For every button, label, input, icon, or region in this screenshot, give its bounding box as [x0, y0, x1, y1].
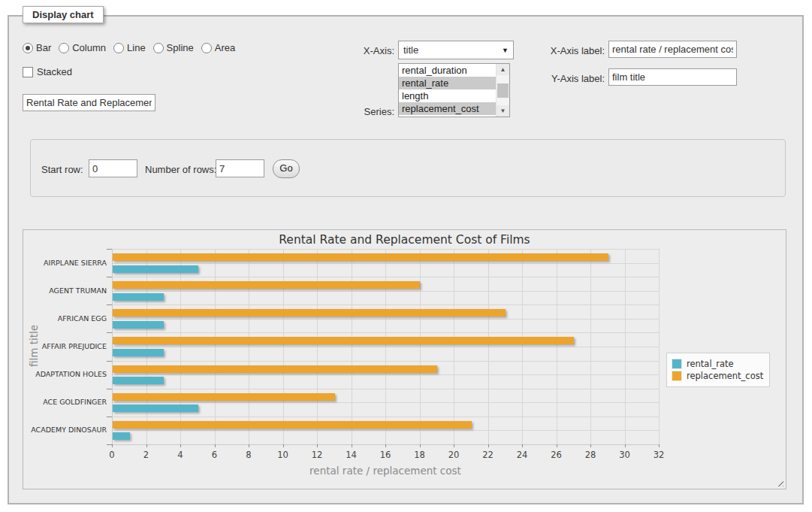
y-axis-tick	[107, 332, 112, 333]
v-gridline	[590, 249, 591, 444]
series-option-length[interactable]: length	[399, 89, 496, 102]
v-gridline	[659, 249, 660, 444]
num-rows-label: Number of rows:	[145, 164, 216, 175]
v-gridline	[180, 249, 181, 444]
v-gridline	[522, 249, 523, 444]
y-axis-line	[112, 249, 113, 444]
stacked-checkbox[interactable]	[23, 67, 33, 77]
x-axis-tick	[215, 444, 216, 447]
series-option-rental_duration[interactable]: rental_duration	[399, 64, 496, 77]
chart-type-label: Bar	[36, 42, 51, 53]
x-axis-tick	[420, 444, 421, 447]
row-controls-panel	[30, 139, 786, 197]
x-axis-tick	[659, 444, 660, 447]
num-rows-input[interactable]	[216, 159, 264, 177]
radio-icon	[201, 43, 212, 53]
scroll-up-icon[interactable]: ▲	[497, 64, 509, 75]
chart-title: Rental Rate and Replacement Cost of Film…	[23, 233, 786, 247]
y-axis-label-input[interactable]	[608, 68, 737, 86]
chart-type-radio-column[interactable]: Column	[59, 42, 106, 53]
x-axis-tick	[249, 444, 249, 447]
bar-rental_rate-0[interactable]	[113, 265, 198, 273]
x-axis-tick-label: 28	[575, 450, 605, 460]
x-axis-tick-label: 30	[610, 450, 640, 460]
x-axis-tick	[522, 444, 523, 447]
chart-legend[interactable]: rental_ratereplacement_cost	[666, 353, 770, 387]
x-axis-tick-label: 6	[200, 450, 230, 460]
x-axis-tick	[112, 444, 113, 447]
x-axis-tick-label: 2	[131, 450, 161, 460]
x-axis-label-input[interactable]	[608, 41, 737, 58]
series-option-rental_rate[interactable]: rental_rate	[399, 77, 496, 89]
chart-type-radio-spline[interactable]: Spline	[153, 42, 194, 53]
radio-icon	[153, 43, 164, 53]
bar-replacement_cost-6[interactable]	[113, 421, 472, 429]
bar-rental_rate-5[interactable]	[113, 404, 198, 412]
y-axis-tick	[107, 277, 112, 277]
series-select-label: Series:	[334, 106, 394, 117]
v-gridline	[557, 249, 557, 444]
bar-rental_rate-2[interactable]	[113, 321, 164, 329]
go-button[interactable]: Go	[273, 159, 300, 178]
x-axis-tick-label: 26	[542, 450, 572, 460]
bar-rental_rate-1[interactable]	[113, 293, 164, 301]
bar-replacement_cost-2[interactable]	[113, 309, 506, 317]
bar-rental_rate-4[interactable]	[113, 377, 164, 384]
x-axis-tick	[590, 444, 591, 447]
x-axis-tick	[352, 444, 352, 447]
v-gridline	[488, 249, 489, 444]
v-gridline	[420, 249, 421, 444]
x-axis-tick-label: 18	[405, 450, 435, 460]
series-option-replacement_cost[interactable]: replacement_cost	[399, 102, 496, 115]
chart-type-radio-group: BarColumnLineSplineArea	[23, 42, 243, 53]
bar-replacement_cost-3[interactable]	[113, 337, 574, 344]
scrollbar-thumb[interactable]	[497, 83, 509, 98]
stacked-checkbox-row[interactable]: Stacked	[23, 66, 72, 77]
series-multiselect[interactable]: rental_durationrental_ratelengthreplacem…	[398, 63, 510, 117]
legend-item-rental_rate[interactable]: rental_rate	[672, 359, 763, 369]
x-axis-tick	[625, 444, 626, 447]
stacked-label: Stacked	[37, 66, 72, 77]
x-axis-tick-label: 16	[370, 450, 400, 460]
x-axis-tick	[557, 444, 557, 447]
bar-replacement_cost-0[interactable]	[113, 253, 608, 261]
radio-icon	[113, 43, 124, 53]
x-axis-select-value: title	[403, 44, 502, 56]
fieldset-legend: Display chart	[23, 6, 104, 23]
v-gridline	[625, 249, 626, 444]
x-axis-tick-label: 20	[439, 450, 469, 460]
chart-type-radio-area[interactable]: Area	[201, 42, 235, 53]
v-gridline	[385, 249, 386, 444]
chart-type-label: Line	[127, 42, 146, 53]
chart-type-label: Column	[72, 42, 106, 53]
chart-type-radio-line[interactable]: Line	[113, 42, 146, 53]
x-axis-tick-label: 14	[337, 450, 367, 460]
x-axis-select[interactable]: title ▼	[398, 41, 514, 59]
bar-replacement_cost-5[interactable]	[113, 393, 335, 401]
chart-type-radio-bar[interactable]: Bar	[23, 42, 51, 53]
bar-rental_rate-6[interactable]	[113, 432, 130, 440]
start-row-input[interactable]	[89, 159, 137, 177]
y-axis-tick	[107, 361, 112, 362]
chart-title-input[interactable]	[23, 94, 155, 111]
series-scrollbar[interactable]: ▲ ▼	[496, 64, 509, 117]
y-axis-tick	[107, 444, 112, 445]
x-axis-tick	[317, 444, 318, 447]
chart-type-label: Area	[215, 42, 235, 53]
x-axis-tick-label: 10	[268, 450, 298, 460]
legend-swatch	[672, 371, 682, 381]
legend-item-replacement_cost[interactable]: replacement_cost	[672, 371, 763, 381]
resize-handle-icon[interactable]	[775, 478, 783, 486]
bar-replacement_cost-1[interactable]	[113, 281, 420, 289]
x-axis-select-label: X-Axis:	[334, 45, 394, 56]
x-axis-tick-label: 24	[507, 450, 537, 460]
x-axis-tick	[146, 444, 147, 447]
bar-rental_rate-3[interactable]	[113, 349, 164, 356]
scroll-down-icon[interactable]: ▼	[497, 105, 509, 117]
bar-replacement_cost-4[interactable]	[113, 365, 437, 373]
x-axis-tick	[488, 444, 489, 447]
x-axis-title: rental rate / replacement cost	[112, 465, 659, 477]
x-axis-tick-label: 8	[234, 450, 264, 460]
v-gridline	[317, 249, 318, 444]
x-axis-tick-label: 12	[302, 450, 332, 460]
